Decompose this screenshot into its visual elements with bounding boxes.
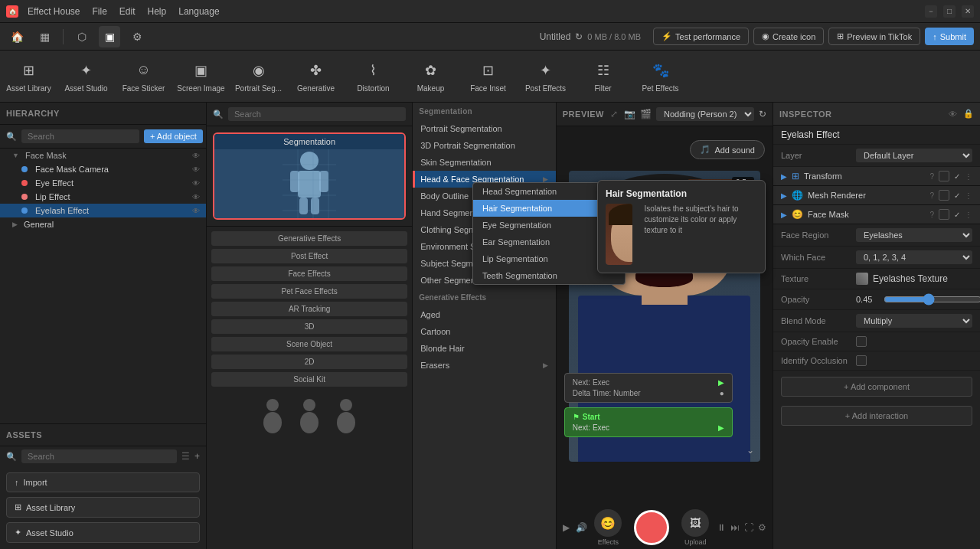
asset-library-button[interactable]: ⊞ Asset Library [6,497,200,518]
tree-item-general[interactable]: ▶ General [0,217,206,231]
iconbar-pet-effects[interactable]: 🐾 Pet Effects [632,51,689,103]
post-effect-btn[interactable]: Post Effect [211,249,407,263]
insp-eye-icon[interactable]: 👁 [949,109,957,119]
panel-button[interactable]: ▦ [34,26,55,47]
transform-component-header[interactable]: ▶ ⊞ Transform ? ✓ ⋮ [773,167,980,186]
layer-dropdown[interactable]: Default Layer [856,149,972,162]
sub-item-3d-portrait-seg[interactable]: 3D Portrait Segmentation [413,137,556,154]
submit-button[interactable]: ↑ Submit [925,28,974,45]
seg-search-input[interactable] [228,107,406,121]
volume-icon[interactable]: 🔊 [576,522,587,533]
add-component-button[interactable]: + Add component [781,377,972,397]
skip-icon[interactable]: ⏭ [730,522,740,533]
tree-item-eyelash-effect[interactable]: Eyelash Effect 👁 [0,204,206,217]
mesh-toggle[interactable] [939,190,949,201]
preview-refresh-icon[interactable]: ↻ [759,109,766,119]
visibility-icon[interactable]: 👁 [192,152,200,160]
iconbar-distortion[interactable]: ⌇ Distortion [345,51,402,103]
iconbar-post-effects[interactable]: ✦ Post Effects [517,51,574,103]
tree-item-lip-effect[interactable]: Lip Effect 👁 [0,190,206,204]
iconbar-asset-library[interactable]: ⊞ Asset Library [0,51,57,103]
iconbar-portrait-seg[interactable]: ◉ Portrait Seg... [230,51,287,103]
sub-item-erasers[interactable]: Erasers ▶ [413,357,556,374]
filter-icon[interactable]: ☰ [181,451,190,462]
play-icon[interactable]: ▶ [563,522,570,533]
assets-search-input[interactable] [21,449,177,463]
lip-visibility[interactable]: 👁 [192,193,200,201]
nodes-button[interactable]: ⬡ [71,26,93,47]
import-button[interactable]: ↑ Import [6,472,200,492]
upload-button[interactable]: 🖼 Upload [681,509,709,546]
iconbar-makeup[interactable]: ✿ Makeup [402,51,459,103]
face-mask-question-icon[interactable]: ? [929,211,934,219]
transform-options[interactable]: ⋮ [965,172,972,181]
transform-question-icon[interactable]: ? [929,172,934,181]
tree-item-face-mask-camera[interactable]: Face Mask Camera 👁 [0,162,206,176]
fullscreen-icon[interactable]: ⛶ [744,522,753,533]
hierarchy-search-input[interactable] [21,129,139,143]
add-object-button[interactable]: + Add object [144,129,203,143]
face-effects-btn[interactable]: Face Effects [211,266,407,281]
2d-btn[interactable]: 2D [211,355,407,369]
identify-occlusion-checkbox[interactable] [856,355,867,366]
iconbar-face-sticker[interactable]: ☺ Face Sticker [115,51,172,103]
record-button[interactable] [634,510,669,545]
settings-icon[interactable]: ⚙ [758,522,766,533]
sub-item-blonde-hair[interactable]: Blonde Hair [413,340,556,357]
sub-item-aged[interactable]: Aged [413,306,556,323]
insp-lock-icon[interactable]: 🔒 [963,109,974,119]
chevron-down-icon[interactable]: ⌄ [746,445,754,456]
camera-icon[interactable]: 📷 [624,109,635,119]
blend-mode-dropdown[interactable]: Multiply [856,314,972,328]
sub-item-portrait-seg[interactable]: Portrait Segmentation [413,120,556,137]
3d-btn[interactable]: 3D [211,319,407,334]
layout-button[interactable]: ▣ [99,26,120,47]
effects-button[interactable]: 😊 Effects [594,509,622,546]
tree-item-eye-effect[interactable]: Eye Effect 👁 [0,176,206,190]
mesh-question-icon[interactable]: ? [929,191,934,200]
add-asset-icon[interactable]: + [194,451,200,462]
transform-toggle[interactable] [939,171,949,181]
eye-visibility[interactable]: 👁 [192,179,200,188]
settings-button[interactable]: ⚙ [126,26,148,47]
sub-item-cartoon[interactable]: Cartoon [413,323,556,340]
generative-effects-btn[interactable]: Generative Effects [211,231,407,246]
tree-item-face-mask[interactable]: ▼ Face Mask 👁 [0,149,206,162]
iconbar-generative[interactable]: ✤ Generative [287,51,345,103]
minimize-button[interactable]: － [925,5,937,18]
expand-out-icon[interactable]: ⤢ [610,109,618,119]
which-face-dropdown[interactable]: 0, 1, 2, 3, 4 [856,250,972,264]
asset-studio-button[interactable]: ✦ Asset Studio [6,522,200,543]
opacity-slider[interactable] [884,293,980,306]
maximize-button[interactable]: □ [943,5,956,18]
opacity-enable-checkbox[interactable] [856,336,867,347]
face-region-dropdown[interactable]: Eyelashes [856,228,972,242]
mesh-options[interactable]: ⋮ [965,191,972,200]
social-kit-btn[interactable]: Social Kit [211,372,407,387]
add-interaction-button[interactable]: + Add interaction [781,406,972,426]
menu-language[interactable]: Language [178,6,219,17]
close-button[interactable]: ✕ [962,5,974,18]
iconbar-screen-image[interactable]: ▣ Screen Image [172,51,230,103]
face-mask-toggle[interactable] [939,209,949,220]
mesh-renderer-header[interactable]: ▶ 🌐 Mesh Renderer ? ✓ ⋮ [773,186,980,205]
face-mask-component-header[interactable]: ▶ 😊 Face Mask ? ✓ ⋮ [773,205,980,224]
preview-tiktok-button[interactable]: ⊞ Preview in TikTok [828,28,920,45]
ar-tracking-btn[interactable]: AR Tracking [211,302,407,316]
menu-help[interactable]: Help [148,6,167,17]
test-performance-button[interactable]: ⚡ Test performance [653,28,749,45]
face-mask-options[interactable]: ⋮ [965,211,972,219]
sub-item-skin-seg[interactable]: Skin Segmentation [413,154,556,171]
pet-face-effects-btn[interactable]: Pet Face Effects [211,284,407,299]
menu-effecthouse[interactable]: Effect House [28,6,80,17]
iconbar-asset-studio[interactable]: ✦ Asset Studio [57,51,115,103]
add-sound-button[interactable]: 🎵 Add sound [690,140,765,159]
iconbar-filter[interactable]: ☷ Filter [574,51,632,103]
home-button[interactable]: 🏠 [6,26,28,47]
refresh-icon[interactable]: ↻ [575,31,583,42]
menu-file[interactable]: File [92,6,106,17]
eyelash-visibility[interactable]: 👁 [192,207,200,215]
pause-icon[interactable]: ⏸ [717,522,726,533]
create-icon-button[interactable]: ◉ Create icon [753,28,824,45]
menu-edit[interactable]: Edit [119,6,136,17]
